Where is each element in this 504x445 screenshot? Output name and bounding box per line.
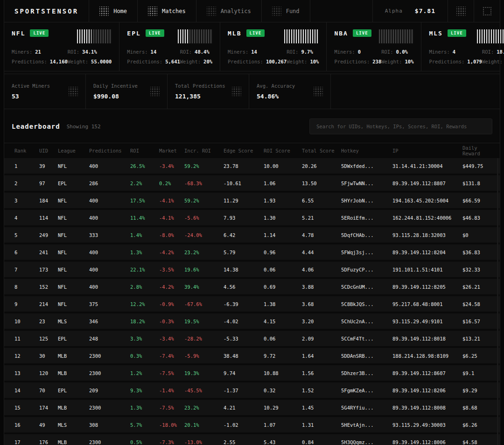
- cell-total-score: 1.52: [302, 388, 341, 393]
- cell-uid: 114: [39, 215, 58, 221]
- stats-row-filler: [331, 74, 500, 109]
- cell-total-score: 20.26: [302, 163, 341, 169]
- league-stat-weight: Weight:10%: [287, 59, 319, 64]
- cell-uid: 176: [39, 439, 58, 445]
- league-title-group: NBALIVE: [334, 29, 371, 37]
- live-status-badge: LIVE: [448, 29, 466, 37]
- stat-panel-label: Active Miners: [12, 83, 50, 89]
- cell-market: -7.5%: [159, 405, 184, 410]
- nav-item-fund[interactable]: Fund: [262, 0, 310, 22]
- cell-uid: 30: [39, 353, 58, 359]
- stat-panel-value: 53: [12, 93, 50, 100]
- column-header-uid: UID: [39, 148, 58, 153]
- league-stat-value: 48.4%: [195, 49, 210, 55]
- table-row[interactable]: 1230MLB23000.3%-7.4%-5.9%38.489.721.645D…: [4, 348, 500, 363]
- league-stat-roi: ROI:48.4%: [180, 49, 212, 55]
- table-row[interactable]: 5249NFL3331.4%-8.0%-24.0%6.421.144.785Dq…: [4, 227, 500, 243]
- cell-hotkey: 5HEvtAjn...: [341, 422, 392, 428]
- cell-edge-score: 23.78: [224, 163, 264, 169]
- cell-edge-score: 2.55: [224, 439, 264, 445]
- cell-total-score: 6.55: [302, 198, 341, 203]
- table-row[interactable]: 1649MLS3085.7%-18.0%20.1%-1.021.071.315H…: [4, 417, 500, 432]
- league-stat-roi: ROI:34.1%: [68, 49, 112, 55]
- cell-rank: 16: [14, 422, 39, 428]
- league-card-nfl[interactable]: NFLLIVEMiners:21ROI:34.1%Predictions:14,…: [4, 22, 119, 71]
- cell-ip: 89.39.149.112:8204: [392, 250, 462, 255]
- cell-rank: 12: [14, 353, 39, 359]
- column-header-predictions: Predictions: [89, 148, 130, 153]
- table-row[interactable]: 139NFL40026.5%-3.4%59.2%23.7810.0020.265…: [4, 158, 500, 174]
- cell-predictions: 2300: [89, 439, 130, 445]
- table-row[interactable]: 11125EPL2483.3%-3.4%-28.2%-5.330.062.095…: [4, 331, 500, 346]
- leaderboard-header: Leaderboard Showing 152: [4, 109, 500, 143]
- column-header-ip: IP: [392, 148, 462, 153]
- cell-total-score: 13.50: [302, 181, 341, 186]
- cell-roi-score: 0.96: [264, 250, 302, 255]
- grid-menu-button[interactable]: [448, 0, 474, 22]
- league-name: MLS: [429, 30, 442, 37]
- league-stat-predictions: Predictions:100,267: [228, 59, 287, 64]
- cell-league: NFL: [58, 198, 89, 203]
- cell-total-score: 1.45: [302, 405, 341, 410]
- league-activity-barcode: [477, 29, 504, 43]
- table-row[interactable]: 3184NFL40017.5%-4.1%59.2%11.291.936.555H…: [4, 193, 500, 208]
- dot-grid-icon: [150, 87, 160, 96]
- league-card-mls[interactable]: MLSLIVEMiners:4ROI:18.2%Predictions:1,07…: [421, 22, 504, 71]
- table-row[interactable]: 4114NFL40011.4%-4.1%-5.6%7.931.305.215ER…: [4, 210, 500, 225]
- cell-market: -4.1%: [159, 198, 184, 203]
- cell-edge-score: 4.56: [224, 284, 264, 290]
- league-title-group: MLBLIVE: [228, 29, 265, 37]
- alpha-value: $7.81: [415, 7, 435, 14]
- table-row[interactable]: 6241NFL4001.3%-4.2%23.2%5.790.964.445FWq…: [4, 244, 500, 260]
- nav-spacer: [310, 0, 372, 22]
- cell-daily-reward: $9.1: [462, 370, 495, 376]
- nav-item-analytics[interactable]: Analytics: [196, 0, 262, 22]
- table-row[interactable]: 7173NFL40022.1%-3.5%19.6%14.380.064.065D…: [4, 262, 500, 277]
- table-row[interactable]: 17176MLB23000.5%-7.3%-13.0%2.555.430.845…: [4, 434, 500, 445]
- league-stat-label: ROI:: [180, 49, 192, 55]
- table-row[interactable]: 1470EPL2099.3%-1.4%-45.5%-1.370.321.525F…: [4, 382, 500, 398]
- cell-hotkey: 5CDcGnUM...: [341, 284, 392, 290]
- stat-panel-value: 54.86%: [257, 93, 295, 100]
- cell-edge-score: -1.37: [224, 388, 264, 393]
- league-card-mlb[interactable]: MLBLIVEMiners:14ROI:9.7%Predictions:100,…: [220, 22, 327, 71]
- cell-edge-score: 14.38: [224, 267, 264, 272]
- league-stats: Miners:0ROI:0.0%Predictions:238Weight:10…: [334, 49, 413, 64]
- nav-item-home[interactable]: Home: [89, 0, 138, 22]
- league-stat-label: Miners:: [429, 49, 449, 55]
- table-row[interactable]: 9214NFL37512.2%-0.9%-67.6%-6.391.383.685…: [4, 296, 500, 312]
- cell-total-score: 2.09: [302, 336, 341, 341]
- live-status-badge: LIVE: [30, 29, 49, 37]
- cell-rank: 10: [14, 319, 39, 324]
- cell-rank: 17: [14, 439, 39, 445]
- league-card-nba[interactable]: NBALIVEMiners:0ROI:0.0%Predictions:238We…: [327, 22, 421, 71]
- leaderboard-search-input[interactable]: [309, 118, 492, 134]
- table-row[interactable]: 297EPL2862.2%0.2%-68.3%-10.611.0613.505F…: [4, 175, 500, 191]
- cell-market: -7.4%: [159, 353, 184, 359]
- nav-item-matches[interactable]: Matches: [138, 0, 196, 22]
- cell-rank: 6: [14, 250, 39, 255]
- table-row[interactable]: 15174MLB23001.3%-7.5%23.2%4.2110.291.455…: [4, 400, 500, 415]
- league-card-epl[interactable]: EPLLIVEMiners:14ROI:48.4%Predictions:5,6…: [119, 22, 220, 71]
- column-header-hotkey: Hotkey: [341, 148, 392, 153]
- table-scrollbar[interactable]: [497, 158, 498, 445]
- table-row[interactable]: 1023MLS34618.2%-0.3%19.5%-4.024.153.205C…: [4, 313, 500, 329]
- alpha-label: Alpha: [385, 8, 403, 14]
- league-stat-value: 14,160: [50, 59, 68, 64]
- league-card-header: MLBLIVE: [228, 29, 319, 43]
- analytics-icon: [207, 7, 216, 16]
- cell-hotkey: 5ChUc2nA...: [341, 319, 392, 324]
- dotted-frame-button[interactable]: [474, 0, 500, 22]
- cell-ip: 89.39.149.112:8006: [392, 439, 462, 445]
- cell-market: -3.4%: [159, 336, 184, 341]
- league-name: MLB: [228, 30, 241, 37]
- cell-total-score: 4.44: [302, 250, 341, 255]
- cell-predictions: 248: [89, 336, 130, 341]
- cell-roi: 12.2%: [130, 301, 159, 307]
- table-row[interactable]: 13120MLB23001.2%-7.5%19.3%9.7410.881.565…: [4, 365, 500, 381]
- cell-uid: 214: [39, 301, 58, 307]
- table-row[interactable]: 8152NFL4002.8%-4.2%39.4%4.560.693.885CDc…: [4, 279, 500, 294]
- stat-panel-value: $990.08: [93, 93, 138, 100]
- league-stat-value: 10%: [405, 59, 413, 64]
- cell-rank: 4: [14, 215, 39, 221]
